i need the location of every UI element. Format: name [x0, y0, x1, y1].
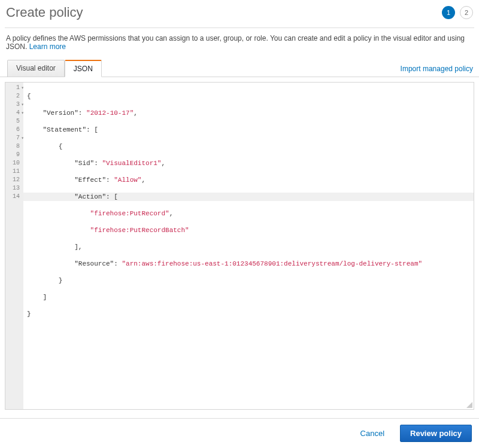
code-token: ],: [27, 243, 82, 251]
editor-tabs: Visual editor JSON: [7, 59, 102, 77]
code-token: {: [27, 93, 31, 100]
policy-description: A policy defines the AWS permissions tha…: [0, 28, 479, 59]
code-content[interactable]: { "Version": "2012-10-17", "Statement": …: [23, 83, 474, 336]
page-title: Create policy: [6, 5, 83, 20]
learn-more-link[interactable]: Learn more: [29, 42, 66, 51]
code-token: "Sid": [27, 160, 94, 167]
footer-bar: Cancel Review policy: [0, 418, 479, 448]
editor-gutter: 1 2 3 4 5 6 7 8 9 10 11 12 13 14: [5, 83, 23, 409]
code-token: [: [94, 126, 98, 133]
code-token: "Allow": [114, 176, 141, 184]
line-number: 10: [5, 159, 23, 167]
review-policy-button[interactable]: Review policy: [400, 425, 472, 442]
json-editor[interactable]: 1 2 3 4 5 6 7 8 9 10 11 12 13 14 { "Vers…: [5, 82, 474, 410]
code-token: "VisualEditor1": [102, 160, 161, 167]
code-token: "Resource": [27, 260, 114, 267]
line-number: 11: [5, 167, 23, 176]
code-token: "firehose:PutRecord": [27, 210, 169, 217]
step-1: 1: [442, 6, 455, 19]
line-number: 5: [5, 117, 23, 126]
line-number: 3: [5, 100, 23, 109]
code-token: "firehose:PutRecordBatch": [27, 227, 189, 234]
tab-json[interactable]: JSON: [65, 60, 102, 77]
code-token: ]: [27, 294, 47, 301]
line-number: 7: [5, 134, 23, 142]
code-token: }: [27, 310, 31, 318]
code-token: [: [114, 193, 118, 200]
line-number: 1: [5, 84, 23, 92]
line-number: 4: [5, 109, 23, 117]
step-indicators: 1 2: [442, 6, 473, 19]
code-token: "Action": [27, 193, 106, 200]
code-token: "arn:aws:firehose:us-east-1:012345678901…: [122, 260, 422, 267]
description-text: A policy defines the AWS permissions tha…: [6, 34, 465, 51]
code-token: "2012-10-17": [86, 109, 134, 117]
line-number: 6: [5, 126, 23, 134]
line-number: 13: [5, 184, 23, 193]
line-number: 2: [5, 92, 23, 100]
cancel-button[interactable]: Cancel: [351, 425, 394, 441]
code-token: "Effect": [27, 176, 106, 184]
code-token: {: [27, 143, 62, 150]
line-number: 9: [5, 151, 23, 159]
line-number: 8: [5, 142, 23, 151]
step-2[interactable]: 2: [460, 6, 473, 19]
line-number: 12: [5, 176, 23, 184]
import-managed-policy-link[interactable]: Import managed policy: [401, 65, 474, 77]
line-number: 14: [5, 193, 23, 201]
code-token: "Version": [27, 109, 78, 117]
editor-resize-handle[interactable]: [465, 401, 472, 408]
tab-visual-editor[interactable]: Visual editor: [7, 60, 65, 77]
code-token: }: [27, 277, 62, 284]
code-token: "Statement": [27, 126, 86, 133]
